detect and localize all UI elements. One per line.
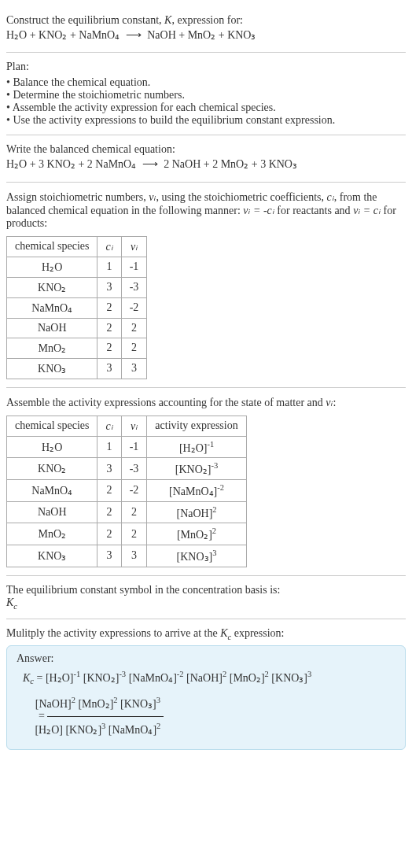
col-nu: νᵢ (121, 236, 147, 257)
kc-k: K (23, 672, 30, 684)
exp: 3 (307, 670, 311, 678)
term: [NaMnO₄]-2 (129, 672, 184, 684)
section-multiply: Mulitply the activity expressions to arr… (6, 619, 406, 758)
activity-table: chemical species cᵢ νᵢ activity expressi… (6, 416, 247, 567)
cell-species: NaOH (7, 318, 97, 338)
equals: = (34, 672, 46, 684)
ci-header: cᵢ (105, 420, 112, 432)
table-row: H₂O1-1[H₂O]-1 (7, 436, 247, 458)
cell-nu: -3 (121, 277, 147, 297)
cell-species: NaOH (7, 501, 97, 523)
cell-species: KNO₂ (7, 458, 97, 480)
cell-activity: [MnO₂]2 (147, 523, 246, 545)
exp: 3 (101, 722, 105, 730)
eq-lhs: H₂O + KNO₂ + NaMnO₄ (6, 29, 120, 41)
relation: νᵢ = -cᵢ (243, 205, 274, 216)
col-species: chemical species (7, 236, 97, 257)
cell-ci: 2 (97, 523, 121, 545)
term: [H₂O] (35, 724, 63, 736)
kc-symbol: Kc (6, 597, 406, 611)
exp: 2 (156, 722, 160, 730)
cell-species: KNO₃ (7, 545, 97, 567)
balanced-title: Write the balanced chemical equation: (6, 143, 406, 156)
cell-activity: [NaMnO₄]-2 (147, 480, 246, 502)
table-row: MnO₂22[MnO₂]2 (7, 523, 247, 545)
fraction: [NaOH]2 [MnO₂]2 [KNO₃]3 [H₂O] [KNO₂]3 [N… (47, 691, 164, 743)
term: [KNO₃]3 (271, 672, 311, 684)
exp: -1 (73, 670, 80, 678)
relation: νᵢ = cᵢ (353, 205, 381, 216)
plan-item: Determine the stoichiometric numbers. (6, 89, 406, 102)
cell-activity: [KNO₂]-3 (147, 458, 246, 480)
term: [NaOH]2 (35, 698, 75, 710)
base: [H₂O] (46, 672, 74, 684)
term: [NaOH]2 (186, 672, 226, 684)
nu-symbol: νᵢ (326, 397, 333, 408)
eq-rhs: 2 NaOH + 2 MnO₂ + 3 KNO₃ (164, 158, 297, 170)
term: [MnO₂]2 (78, 698, 117, 710)
cell-species: KNO₂ (7, 277, 97, 297)
text: expression: (231, 627, 284, 639)
table-row: NaOH22 (7, 318, 147, 338)
ci-header: cᵢ (105, 241, 112, 253)
table-row: NaMnO₄2-2[NaMnO₄]-2 (7, 480, 247, 502)
text: for reactants and (274, 205, 353, 216)
ci-symbol: cᵢ (327, 191, 334, 203)
unbalanced-equation: H₂O + KNO₂ + NaMnO₄ ⟶ NaOH + MnO₂ + KNO₃ (6, 27, 406, 44)
exp: -2 (217, 483, 224, 492)
cell-ci: 2 (97, 480, 121, 502)
table-header-row: chemical species cᵢ νᵢ (7, 236, 147, 257)
term: [KNO₃]3 (120, 698, 160, 710)
table-row: KNO₃33[KNO₃]3 (7, 545, 247, 567)
term: [H₂O]-1 (46, 672, 80, 684)
cell-species: H₂O (7, 257, 97, 277)
section-construct: Construct the equilibrium constant, K, e… (6, 6, 406, 53)
answer-label: Answer: (17, 652, 395, 665)
exp: 2 (265, 670, 269, 678)
col-species: chemical species (7, 416, 97, 436)
cell-nu: -1 (121, 257, 147, 277)
kc-text: The equilibrium constant symbol in the c… (6, 584, 406, 597)
base: [KNO₂] (175, 464, 212, 475)
base: [KNO₂] (65, 724, 101, 736)
term: [KNO₂]-3 (83, 672, 126, 684)
denominator: [H₂O] [KNO₂]3 [NaMnO₄]2 (47, 717, 164, 742)
answer-box: Answer: Kc = [H₂O]-1 [KNO₂]-3 [NaMnO₄]-2… (6, 645, 406, 749)
cell-ci: 3 (97, 277, 121, 297)
cell-nu: -1 (121, 436, 147, 458)
text: Construct the equilibrium constant, (6, 14, 164, 26)
text: Assign stoichiometric numbers, (6, 191, 149, 203)
base: [H₂O] (35, 724, 63, 736)
base: [NaMnO₄] (169, 486, 217, 497)
exp: -2 (177, 670, 184, 678)
cell-ci: 3 (97, 458, 121, 480)
exp: -1 (207, 440, 214, 449)
base: [KNO₃] (177, 551, 213, 563)
base: [MnO₂] (230, 672, 265, 684)
base: [NaOH] (186, 672, 223, 684)
cell-ci: 3 (97, 545, 121, 567)
cell-nu: -2 (121, 297, 147, 318)
cell-activity: [H₂O]-1 (147, 436, 246, 458)
section-stoichiometry: Assign stoichiometric numbers, νᵢ, using… (6, 183, 406, 388)
c-sub: c (13, 602, 17, 611)
text: , using the stoichiometric coefficients, (156, 191, 326, 203)
base: [NaMnO₄] (129, 672, 177, 684)
cell-species: H₂O (7, 436, 97, 458)
exp: -3 (119, 670, 126, 678)
numerator: [NaOH]2 [MnO₂]2 [KNO₃]3 (47, 691, 164, 717)
plan-title: Plan: (6, 61, 406, 73)
col-ci: cᵢ (97, 416, 121, 436)
table-row: MnO₂22 (7, 338, 147, 358)
eq-lhs: H₂O + 3 KNO₂ + 2 NaMnO₄ (6, 158, 136, 170)
table-header-row: chemical species cᵢ νᵢ activity expressi… (7, 416, 247, 436)
base: [MnO₂] (177, 529, 212, 541)
balanced-equation: H₂O + 3 KNO₂ + 2 NaMnO₄ ⟶ 2 NaOH + 2 MnO… (6, 156, 406, 173)
cell-species: NaMnO₄ (7, 297, 97, 318)
stoich-intro: Assign stoichiometric numbers, νᵢ, using… (6, 190, 406, 230)
cell-species: MnO₂ (7, 523, 97, 545)
table-row: NaOH22[NaOH]2 (7, 501, 247, 523)
base: [KNO₃] (271, 672, 307, 684)
section-balanced: Write the balanced chemical equation: H₂… (6, 135, 406, 182)
section-activity: Assemble the activity expressions accoun… (6, 388, 406, 576)
